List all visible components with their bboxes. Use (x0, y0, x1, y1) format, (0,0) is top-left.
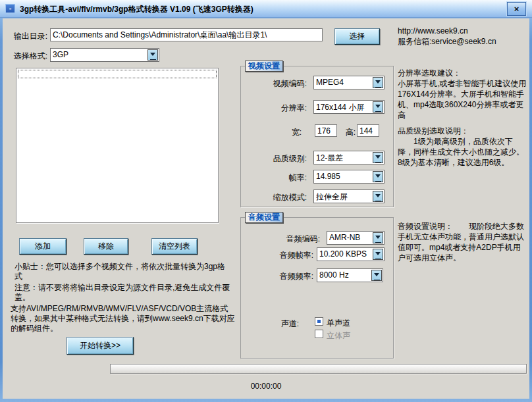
title-bar: - 3gp转换工具-avi/flv/rmvb/3gp格式转换器 V1.09 (飞… (0, 0, 532, 18)
app-window: - 3gp转换工具-avi/flv/rmvb/3gp格式转换器 V1.09 (飞… (0, 0, 532, 402)
format-select-value: 3GP (53, 50, 147, 59)
dropdown-arrow-icon[interactable] (373, 152, 383, 163)
resolution-advice-title: 分辨率选取建议： (398, 68, 461, 78)
tip-batch-note: 小贴士：您可以选择多个视频文件，将依次批量转换为3gp格式 (14, 262, 232, 282)
resolution-advice-body: 小屏幕手机,或者非智能手机建议使用176X144分辨率。大屏手机和智能手机、mp… (398, 79, 526, 120)
app-icon: - (5, 4, 15, 13)
audio-encoder-value: AMR-NB (329, 233, 372, 242)
fps-select[interactable]: 14.985 (313, 170, 385, 184)
dropdown-arrow-icon[interactable] (371, 270, 382, 281)
fps-value: 14.985 (316, 172, 372, 181)
audio-freq-select[interactable]: 8000 Hz (317, 268, 383, 282)
format-label: 选择格式: (9, 51, 47, 62)
audio-freq-value: 8000 Hz (319, 270, 371, 280)
dropdown-arrow-icon[interactable] (373, 101, 383, 113)
audio-advice-body: 音频设置说明： 现阶段绝大多数手机无立体声功能，普通用户选默认值即可。mp4或者… (398, 222, 524, 263)
video-settings-group-title: 视频设置 (245, 61, 283, 72)
audio-advice: 音频设置说明： 现阶段绝大多数手机无立体声功能，普通用户选默认值即可。mp4或者… (398, 221, 528, 263)
dropdown-arrow-icon[interactable] (373, 191, 383, 202)
quality-select[interactable]: 12-最差 (313, 151, 385, 164)
dropdown-arrow-icon[interactable] (147, 49, 158, 61)
channel-label: 声道: (248, 318, 299, 330)
browse-button[interactable]: 选择 (334, 28, 380, 45)
audio-freq-label: 音频频率: (248, 271, 313, 282)
client-area: 输出目录: 选择 http://www.seek9.cn 服务信箱:servic… (3, 18, 529, 399)
window-title: 3gp转换工具-avi/flv/rmvb/3gp格式转换器 V1.09 (飞速3… (20, 4, 253, 15)
audio-bitrate-value: 10.200 KBPS (319, 249, 372, 259)
output-dir-label: 输出目录: (9, 31, 47, 42)
audio-encoder-select[interactable]: AMR-NB (327, 231, 385, 245)
format-select[interactable]: 3GP (50, 48, 159, 62)
scale-mode-label: 缩放模式: (248, 192, 307, 203)
dropdown-arrow-icon[interactable] (373, 249, 383, 260)
mono-checkbox[interactable] (315, 317, 323, 326)
resolution-advice: 分辨率选取建议： 小屏幕手机,或者非智能手机建议使用176X144分辨率。大屏手… (398, 68, 528, 120)
file-list-focus-row[interactable] (18, 70, 217, 78)
service-email: 服务信箱:service@seek9.cn (398, 37, 496, 47)
add-button[interactable]: 添加 (19, 238, 66, 255)
resolution-select[interactable]: 176x144 小屏 (313, 100, 385, 114)
dropdown-arrow-icon[interactable] (373, 171, 383, 182)
fps-label: 帧率: (248, 172, 307, 184)
remove-button[interactable]: 移除 (84, 238, 128, 255)
resolution-value: 176x144 小屏 (316, 102, 372, 113)
output-dir-input[interactable] (50, 28, 323, 41)
mono-checkbox-label[interactable]: 单声道 (327, 318, 350, 329)
video-settings-group: 视频设置 视频编码: MPEG4 分辨率: 176x144 小屏 宽: 高: 品… (240, 66, 394, 207)
elapsed-time: 00:00:00 (3, 382, 529, 391)
resolution-label: 分辨率: (248, 103, 307, 114)
tip-supported-formats: 支持AVI/MPEG/RM/RMVB/WMV/FLV/ASF/VCD/VOB主流… (11, 304, 236, 334)
clear-list-button[interactable]: 清空列表 (151, 238, 198, 255)
website-link[interactable]: http://www.seek9.cn (398, 26, 468, 36)
video-encoder-value: MPEG4 (316, 78, 372, 87)
width-input[interactable] (315, 124, 337, 137)
scale-mode-select[interactable]: 拉伸全屏 (313, 189, 385, 203)
start-convert-button[interactable]: 开始转换>> (66, 337, 134, 355)
audio-encoder-label: 音频编码: (248, 234, 320, 245)
stereo-checkbox[interactable] (315, 330, 323, 338)
quality-label: 品质级别: (248, 153, 307, 164)
quality-advice: 品质级别选取说明： 1级为最高级别，品质依次下降，同样生成文件大小也随之减少。8… (398, 126, 528, 168)
tip-output-warning: 注意：请不要将将输出目录设定为源文件目录,避免生成文件覆盖。 (14, 283, 232, 303)
file-list[interactable] (16, 68, 219, 223)
stereo-checkbox-label: 立体声 (327, 330, 350, 341)
quality-advice-title: 品质级别选取说明： (398, 126, 469, 136)
width-label: 宽: (274, 127, 302, 138)
video-encoder-label: 视频编码: (248, 78, 307, 89)
audio-settings-group-title: 音频设置 (245, 212, 283, 223)
quality-value: 12-最差 (316, 153, 372, 164)
audio-settings-group: 音频设置 音频编码: AMR-NB 音频帧率: 10.200 KBPS 音频频率… (240, 217, 394, 359)
height-label: 高: (338, 127, 356, 138)
dropdown-arrow-icon[interactable] (373, 77, 383, 88)
audio-bitrate-label: 音频帧率: (248, 250, 313, 261)
quality-advice-body: 1级为最高级别，品质依次下降，同样生成文件大小也随之减少。8级为基本清晰，建议选… (398, 137, 524, 167)
height-input[interactable] (357, 124, 379, 137)
scale-mode-value: 拉伸全屏 (316, 191, 372, 203)
progress-bar (110, 364, 527, 374)
close-button[interactable]: × (507, 2, 526, 16)
audio-bitrate-select[interactable]: 10.200 KBPS (317, 247, 385, 261)
dropdown-arrow-icon[interactable] (373, 232, 383, 243)
video-encoder-select[interactable]: MPEG4 (313, 76, 385, 89)
